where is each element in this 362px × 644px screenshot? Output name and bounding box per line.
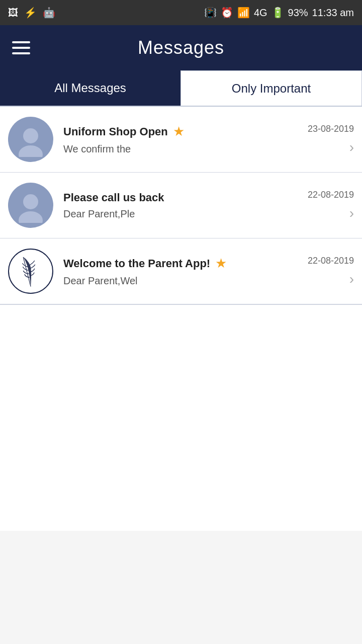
hamburger-menu-button[interactable] [12,41,30,54]
message-meta: 23-08-2019 › [308,124,354,155]
message-item[interactable]: Welcome to the Parent App! ★ Dear Parent… [0,238,362,304]
app-header: Messages [0,25,362,70]
signal-icon: 📶 [237,7,250,19]
network-label: 4G [254,7,267,19]
svg-point-0 [23,128,38,143]
svg-point-2 [23,194,38,209]
avatar [8,183,53,228]
status-left-icons: 🖼 ⚡ 🤖 [8,7,55,19]
status-bar: 🖼 ⚡ 🤖 📳 ⏰ 📶 4G 🔋 93% 11:33 am [0,0,362,25]
message-preview: We confirm the [63,143,302,155]
message-content: Welcome to the Parent App! ★ Dear Parent… [63,256,302,287]
avatar [8,117,53,162]
clock: 11:33 am [312,7,354,19]
message-meta: 22-08-2019 › [308,256,354,287]
vibrate-icon: 📳 [204,7,217,19]
usb-icon: ⚡ [24,7,37,19]
message-content: Uniform Shop Open ★ We confirm the [63,124,302,155]
star-icon: ★ [173,124,185,139]
tab-only-important[interactable]: Only Important [180,70,362,106]
avatar [8,249,53,294]
chevron-right-icon: › [349,205,354,221]
message-title: Uniform Shop Open [63,125,168,138]
message-date: 23-08-2019 [308,124,354,134]
battery-percent: 93% [288,7,308,19]
tab-all-messages[interactable]: All Messages [0,70,180,106]
message-preview: Dear Parent,Wel [63,275,302,287]
message-date: 22-08-2019 [308,256,354,266]
alarm-icon: ⏰ [221,7,233,19]
message-title: Please call us back [63,191,164,204]
empty-content-area [0,304,362,531]
star-icon: ★ [215,256,227,271]
tab-bar: All Messages Only Important [0,70,362,107]
battery-icon: 🔋 [272,7,284,19]
message-date: 22-08-2019 [308,190,354,200]
svg-point-3 [19,211,43,223]
page-title: Messages [138,37,224,58]
message-list: Uniform Shop Open ★ We confirm the 23-08… [0,107,362,304]
svg-point-1 [19,145,43,157]
message-content: Please call us back Dear Parent,Ple [63,191,302,220]
android-icon: 🤖 [43,7,55,19]
message-meta: 22-08-2019 › [308,190,354,221]
image-icon: 🖼 [8,7,18,19]
message-item[interactable]: Please call us back Dear Parent,Ple 22-0… [0,173,362,238]
message-title: Welcome to the Parent App! [63,257,210,270]
message-preview: Dear Parent,Ple [63,208,302,220]
message-item[interactable]: Uniform Shop Open ★ We confirm the 23-08… [0,107,362,173]
status-right-info: 📳 ⏰ 📶 4G 🔋 93% 11:33 am [204,7,354,19]
chevron-right-icon: › [349,139,354,155]
chevron-right-icon: › [349,271,354,287]
